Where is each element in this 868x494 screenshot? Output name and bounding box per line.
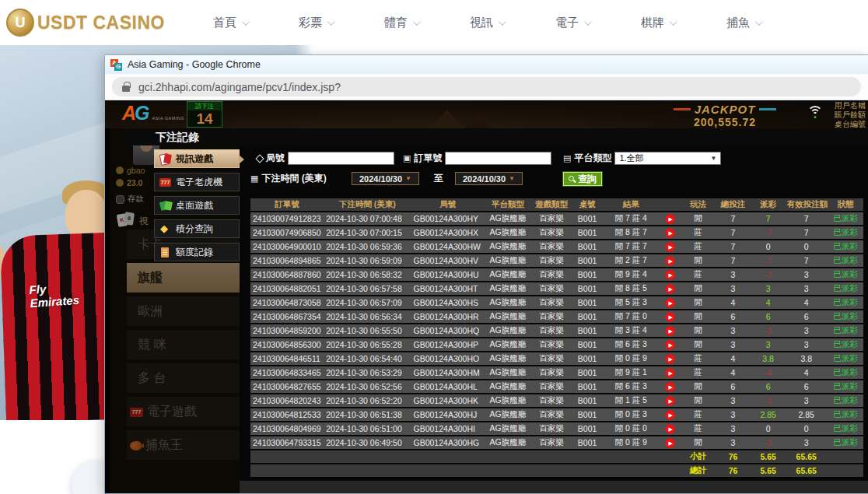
cell-play: 閒 <box>681 380 715 393</box>
column-header: 玩法 <box>681 198 715 211</box>
lobby-tab[interactable]: 競 咪 <box>127 330 240 359</box>
lobby-balance: 23.0 <box>116 178 142 187</box>
replay-play-button[interactable] <box>665 438 675 448</box>
cell-table: B001 <box>572 366 603 379</box>
replay-play-button[interactable] <box>665 284 675 294</box>
record-menu-item-電子老虎機[interactable]: 電子老虎機 <box>154 173 240 191</box>
date-from-picker[interactable]: 2024/10/30 ▼ <box>352 172 419 185</box>
nav-item-電子[interactable]: 電子 <box>555 16 590 30</box>
platform-select[interactable]: 1.全部 ▼ <box>614 152 721 165</box>
replay-play-button[interactable] <box>665 396 675 406</box>
cell-time: 2024-10-30 06:56:34 <box>324 310 411 323</box>
chrome-title-bar[interactable]: A G Asia Gaming - Google Chrome <box>105 55 868 74</box>
nav-item-體育[interactable]: 體育 <box>384 16 418 30</box>
cell-game: 百家樂 <box>531 436 572 449</box>
sum-payout: 5.65 <box>751 464 786 477</box>
nav-item-捕魚[interactable]: 捕魚 <box>726 16 761 30</box>
replay-play-button[interactable] <box>665 312 675 322</box>
cell-game: 百家樂 <box>531 394 572 407</box>
cell-round: GB00124A300HP <box>411 338 485 351</box>
column-header: 遊戲類型 <box>531 198 572 211</box>
cell-bet: 3 <box>715 422 751 435</box>
chevron-down-icon <box>413 18 421 26</box>
cell-time: 2024-10-30 06:49:50 <box>324 436 411 449</box>
nav-item-視訊[interactable]: 視訊 <box>470 16 504 30</box>
user-info-line: 桌台編號 <box>835 120 868 128</box>
cell-bet: 3 <box>715 394 751 407</box>
cell-valid: 4 <box>786 366 828 379</box>
select-arrow-icon: ▼ <box>710 155 716 162</box>
cell-payout: -3 <box>751 268 786 281</box>
lobby-tab[interactable]: 旗艦 <box>127 263 240 293</box>
record-menu-item-額度記錄[interactable]: 額度記錄 <box>154 243 240 261</box>
cell-table: B001 <box>572 394 603 407</box>
cell-table: B001 <box>572 296 603 309</box>
sum-label: 小計 <box>681 450 715 463</box>
replay-play-button[interactable] <box>665 256 675 266</box>
replay-play-button[interactable] <box>665 228 675 238</box>
table-row: 241030064804969 2024-10-30 06:51:00 GB00… <box>250 422 863 435</box>
cell-play: 莊 <box>681 268 715 281</box>
cell-result: 閒 7 莊 0 <box>603 310 659 323</box>
record-menu-item-視訊遊戲[interactable]: 視訊遊戲 <box>154 149 240 168</box>
cell-payout: -3 <box>751 394 786 407</box>
replay-play-button[interactable] <box>665 410 675 420</box>
cell-time: 2024-10-30 06:55:28 <box>324 338 411 351</box>
nav-item-彩票[interactable]: 彩票 <box>299 16 333 30</box>
replay-play-button[interactable] <box>665 214 675 224</box>
cell-payout: 6 <box>751 310 786 323</box>
cell-bet: 7 <box>715 254 751 267</box>
cell-status: 已派彩 <box>828 380 863 393</box>
lobby-tab[interactable]: 歐洲 <box>127 296 240 326</box>
nav-item-棋牌[interactable]: 棋牌 <box>641 16 675 30</box>
cell-valid: 7 <box>786 212 828 225</box>
date-to-picker[interactable]: 2024/10/30 ▼ <box>455 172 523 185</box>
record-menu-item-桌面遊戲[interactable]: 桌面遊戲 <box>154 196 240 215</box>
replay-play-button[interactable] <box>665 298 675 308</box>
replay-play-button[interactable] <box>665 424 675 434</box>
address-bar[interactable]: gci.2hhapi.com/agingame/pcv1/index.jsp? <box>112 77 861 96</box>
replay-play-button[interactable] <box>665 368 675 378</box>
cell-valid: 4 <box>786 296 828 309</box>
replay-play-button[interactable] <box>665 242 675 252</box>
column-header: 下注時間 (美東) <box>324 198 411 211</box>
order-input[interactable] <box>445 152 551 165</box>
lobby-tab[interactable]: 捕魚王 <box>127 430 240 460</box>
coin-logo-icon: U <box>6 9 34 37</box>
cell-time: 2024-10-30 06:52:56 <box>324 380 411 393</box>
site-logo[interactable]: U USDT CASINO <box>6 9 165 37</box>
chevron-down-icon <box>499 18 506 26</box>
cell-order: 241030064887860 <box>250 268 324 281</box>
cell-valid: 3 <box>786 324 828 337</box>
ag-favicon-icon: A G <box>110 59 122 71</box>
nav-item-首頁[interactable]: 首頁 <box>213 16 247 30</box>
replay-play-button[interactable] <box>665 382 675 392</box>
replay-play-button[interactable] <box>665 340 675 350</box>
record-panel: 局號 ▣ 訂單號 ▤ 平台類型 1.全部 <box>240 145 868 493</box>
cell-replay <box>659 212 681 225</box>
record-menu-item-積分查詢[interactable]: 積分查詢 <box>154 219 240 238</box>
cell-play: 莊 <box>681 408 715 421</box>
cell-payout: 6 <box>751 380 786 393</box>
replay-play-button[interactable] <box>665 354 675 364</box>
cell-valid: 3 <box>786 436 828 449</box>
cell-status: 已派彩 <box>828 268 863 281</box>
lobby-tab[interactable]: 多 台 <box>127 363 240 393</box>
cell-platform: AG旗艦廳 <box>485 366 531 379</box>
deposit-button[interactable]: 存款 <box>116 194 144 205</box>
cell-table: B001 <box>572 324 603 337</box>
chevron-down-icon <box>584 18 592 26</box>
cell-play: 閒 <box>681 436 715 449</box>
cell-bet: 7 <box>715 240 751 253</box>
replay-play-button[interactable] <box>665 270 675 280</box>
cell-payout: 3.8 <box>751 352 786 365</box>
table-row: 241030064887860 2024-10-30 06:58:32 GB00… <box>250 268 863 281</box>
round-input[interactable] <box>288 152 394 165</box>
cell-order: 241030064846511 <box>250 352 324 365</box>
panel-title-bar: 下注記錄 <box>124 128 868 145</box>
cell-order: 241030064894865 <box>250 254 324 267</box>
search-button[interactable]: 查詢 <box>563 172 602 186</box>
replay-play-button[interactable] <box>665 326 675 336</box>
lobby-tab[interactable]: 777電子遊戲 <box>127 397 240 426</box>
cell-bet: 4 <box>715 366 751 379</box>
